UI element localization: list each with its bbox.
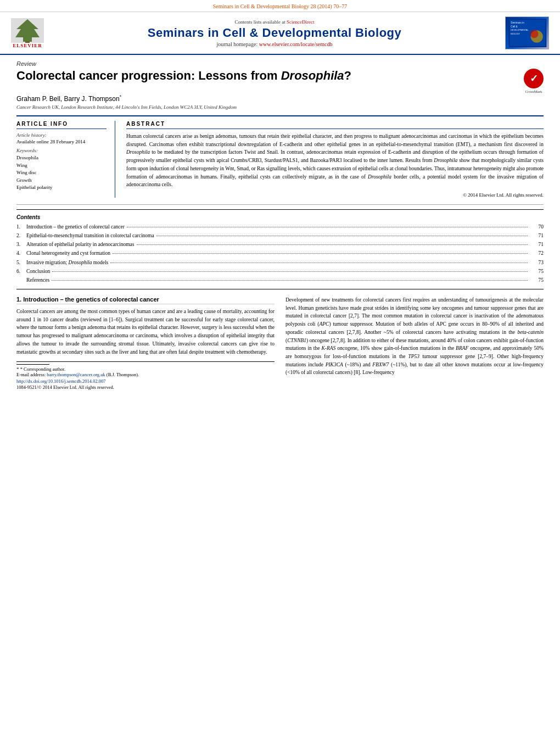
keyword-4: Growth — [16, 177, 107, 185]
crossmark-icon: ✓ — [524, 69, 544, 88]
contents-section: Contents 1. Introduction – the genetics … — [16, 209, 544, 289]
journal-header-center: Contents lists available at ScienceDirec… — [44, 19, 505, 47]
column-left: 1. Introduction – the genetics of colore… — [16, 296, 275, 390]
affiliation: Cancer Research UK, London Research Inst… — [16, 104, 544, 110]
journal-homepage: journal homepage: www.elsevier.com/locat… — [44, 41, 505, 47]
doi-line: http://dx.doi.org/10.1016/j.semcdb.2014.… — [16, 378, 275, 384]
article-history-label: Article history: — [16, 132, 107, 138]
keywords-label: Keywords: — [16, 148, 107, 153]
footnote-area: * * Corresponding author. E-mail address… — [16, 361, 275, 390]
page-container: Seminars in Cell & Developmental Biology… — [0, 0, 560, 395]
svg-point-10 — [530, 30, 539, 38]
elsevier-tree-image — [11, 18, 44, 43]
footnote-email: E-mail address: barry.thompson@cancer.or… — [16, 372, 275, 377]
sciencedirect-link[interactable]: ScienceDirect — [287, 19, 314, 25]
keyword-5: Epithelial polarity — [16, 184, 107, 192]
contents-item-6: 6. Conclusion 75 — [16, 267, 544, 276]
main-body: 1. Introduction – the genetics of colore… — [16, 296, 544, 390]
journal-citation-bar: Seminars in Cell & Developmental Biology… — [0, 0, 560, 12]
footnote-star-label: * * Corresponding author. — [16, 366, 275, 372]
section1-para1: Colorectal cancers are among the most co… — [16, 308, 275, 356]
email-link[interactable]: barry.thompson@cancer.org.uk — [47, 372, 105, 377]
homepage-link[interactable]: www.elsevier.com/locate/semcdb — [259, 41, 333, 47]
content-area: Review Colorectal cancer progression: Le… — [0, 55, 560, 395]
abstract-heading: ABSTRACT — [126, 121, 544, 129]
contents-title: Contents — [16, 214, 544, 220]
abstract-section: ABSTRACT Human colorectal cancers arise … — [126, 121, 544, 198]
article-info-heading: ARTICLE INFO — [16, 121, 107, 129]
title-row: Colorectal cancer progression: Lessons f… — [16, 69, 544, 94]
journal-thumbnail: Seminars in Cell & DEVELOPMENTAL BIOLOGY — [505, 16, 549, 49]
contents-label: Contents lists available at ScienceDirec… — [44, 19, 505, 25]
section1-heading: 1. Introduction – the genetics of colore… — [16, 296, 275, 304]
article-available: Available online 28 February 2014 — [16, 139, 107, 144]
article-title: Colorectal cancer progression: Lessons f… — [16, 69, 351, 83]
svg-text:Seminars in: Seminars in — [511, 21, 524, 24]
article-info: ARTICLE INFO Article history: Available … — [16, 121, 115, 198]
keyword-2: Wing — [16, 162, 107, 170]
article-type-label: Review — [16, 60, 544, 67]
elsevier-text: ELSEVIER — [13, 43, 42, 48]
contents-item-ref: References 75 — [16, 276, 544, 284]
svg-text:BIOLOGY: BIOLOGY — [511, 33, 520, 35]
contents-item-2: 2. Epithelial-to-mesenchymal transition … — [16, 231, 544, 240]
contents-item-4: 4. Clonal heterogeneity and cyst formati… — [16, 249, 544, 258]
svg-text:Cell &: Cell & — [511, 25, 518, 28]
contents-item-3: 3. Alteration of epithelial polarity in … — [16, 240, 544, 249]
authors: Graham P. Bell, Barry J. Thompson* — [16, 94, 544, 103]
divider-1 — [16, 204, 544, 205]
contents-item-1: 1. Introduction – the genetics of colore… — [16, 222, 544, 231]
keywords-list: Drosophila Wing Wing disc Growth Epithel… — [16, 154, 107, 192]
abstract-text: Human colorectal cancers arise as benign… — [126, 132, 544, 189]
issn-line: 1084-9521/© 2014 Elsevier Ltd. All right… — [16, 384, 275, 390]
journal-citation-link[interactable]: Seminars in Cell & Developmental Biology… — [213, 3, 347, 9]
svg-text:DEVELOPMENTAL: DEVELOPMENTAL — [511, 29, 528, 31]
journal-title: Seminars in Cell & Developmental Biology — [44, 26, 505, 40]
keyword-1: Drosophila — [16, 154, 107, 162]
elsevier-logo: ELSEVIER — [11, 18, 44, 48]
keyword-3: Wing disc — [16, 169, 107, 177]
contents-item-5: 5. Invasive migration; Drosophila models… — [16, 258, 544, 267]
journal-header: ELSEVIER Contents lists available at Sci… — [0, 12, 560, 55]
section1-right-para1: Development of new treatments for colore… — [285, 296, 544, 377]
crossmark-badge: ✓ CrossMark — [524, 69, 544, 94]
svg-rect-2 — [25, 42, 30, 43]
column-right: Development of new treatments for colore… — [285, 296, 544, 390]
article-info-abstract: ARTICLE INFO Article history: Available … — [16, 115, 544, 198]
copyright-line: © 2014 Elsevier Ltd. All rights reserved… — [126, 192, 544, 198]
crossmark-label: CrossMark — [525, 90, 542, 94]
footnote-divider — [16, 364, 49, 365]
